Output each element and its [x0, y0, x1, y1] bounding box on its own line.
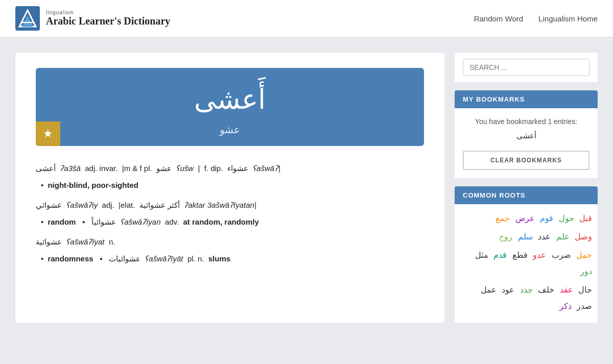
fdip-arabic: عشواء	[227, 164, 248, 173]
entry-line-2: عشوائي ʕašwāʔiy adj. |elat. أكثر عشوائية…	[36, 198, 424, 212]
entry-line-3: عشوائية ʕašwāʔīyat n.	[36, 235, 424, 249]
bullet3b-char: ▪	[100, 254, 102, 263]
root-word[interactable]: روح	[499, 232, 512, 241]
root-word[interactable]: قدم	[493, 251, 507, 259]
pipe-1: |	[198, 164, 200, 173]
root-word[interactable]: صدر	[577, 302, 592, 310]
root-word[interactable]: قبل	[579, 214, 592, 223]
bullet3b-meaning: slums	[208, 254, 230, 263]
main-nav: Random Word Lingualism Home	[474, 14, 598, 23]
common-roots-section: COMMON ROOTS قبل حول قوم عرض جمع وصل علم…	[455, 186, 598, 323]
root-word[interactable]: وصل	[575, 232, 592, 241]
root-word[interactable]: قوم	[540, 214, 553, 223]
elat-translit: ʔaktar 3ašwāʔīyatan|	[184, 201, 256, 209]
pos-1: adj. invar.	[85, 164, 117, 173]
entry-line-1: أعشى ʔa3šā adj. invar. |m & f pl. عشو ʕu…	[36, 161, 424, 175]
bullet-line-3a: • randomness ▪ عشوائيات ʕašwāʔīyāt pl. n…	[41, 252, 424, 265]
elat-arabic: أكثر عشوائية	[139, 201, 180, 209]
bookmarks-section: MY BOOKMARKS You have bookmarked 1 entri…	[455, 90, 598, 178]
root-word[interactable]: جدد	[520, 285, 533, 294]
pos-2: adj.	[102, 201, 114, 209]
bullet2b-pos: adv.	[165, 217, 179, 226]
elat-label: |elat.	[119, 201, 135, 209]
meaning-2a: random	[48, 217, 76, 226]
random-word-link[interactable]: Random Word	[474, 14, 523, 23]
meaning-3a: randomness	[48, 254, 93, 263]
root-word[interactable]: مثل	[475, 251, 488, 259]
root-word[interactable]: دور	[580, 267, 592, 276]
root-word[interactable]: ضرب	[552, 251, 571, 259]
root-word[interactable]: حول	[559, 214, 574, 223]
logo-area: lingualism Arabic Learner's Dictionary	[15, 6, 170, 31]
bookmarks-header: MY BOOKMARKS	[455, 90, 598, 108]
root-word[interactable]: حال	[578, 285, 592, 294]
main-column: أَعشى عشو ★ أعشى ʔa3šā adj. invar. |m & …	[15, 53, 444, 323]
root-word[interactable]: علم	[556, 232, 570, 241]
root-word[interactable]: حمل	[576, 251, 592, 259]
roots-grid: قبل حول قوم عرض جمع وصل علم عدد سلم روح …	[455, 204, 598, 323]
word-root: عشو	[46, 124, 414, 136]
masc-fem-label: |m & f pl.	[122, 164, 152, 173]
pl-arabic: عشو	[156, 164, 172, 173]
page-content: أَعشى عشو ★ أعشى ʔa3šā adj. invar. |m & …	[0, 37, 613, 338]
root-word[interactable]: عمل	[481, 285, 497, 294]
search-input[interactable]	[463, 59, 590, 76]
clear-bookmarks-button[interactable]: CLEAR BOOKMARKS	[463, 151, 590, 170]
dictionary-entry: أعشى ʔa3šā adj. invar. |m & f pl. عشو ʕu…	[36, 161, 424, 265]
logo-small-text: lingualism	[46, 10, 170, 15]
f-dip-label: f. dip.	[204, 164, 223, 173]
sidebar: MY BOOKMARKS You have bookmarked 1 entri…	[455, 53, 598, 323]
bullet3b-arabic: عشوائيات	[109, 254, 140, 263]
bullet3b-pos: pl. n.	[187, 254, 204, 263]
root-word[interactable]: عقد	[560, 285, 573, 294]
root-word[interactable]: عدد	[538, 232, 551, 241]
bullet2b-arabic: عشوائياً	[91, 217, 116, 226]
bullet2b-meaning: at random, randomly	[183, 217, 258, 226]
word2-arabic: عشوائي	[36, 201, 62, 209]
root-word[interactable]: عود	[502, 285, 514, 294]
pos-3: n.	[109, 237, 115, 246]
translit-3: ʕašwāʔīyat	[66, 237, 104, 246]
site-header: lingualism Arabic Learner's Dictionary R…	[0, 0, 613, 37]
root-word[interactable]: عدو	[533, 251, 546, 259]
root-word[interactable]: خلف	[538, 285, 554, 294]
bullet2b-char: ▪	[82, 217, 85, 226]
word-hero-card: أَعشى عشو ★	[36, 68, 424, 146]
lingualism-home-link[interactable]: Lingualism Home	[538, 14, 598, 23]
bullet3b-translit: ʕašwāʔīyāt	[145, 254, 183, 263]
word-arabic-inline: أعشى	[36, 164, 56, 173]
logo-main-text: Arabic Learner's Dictionary	[46, 15, 170, 27]
logo-text: lingualism Arabic Learner's Dictionary	[46, 10, 170, 27]
word3-arabic: عشوائية	[36, 237, 62, 246]
pl-translit: ʕušw	[176, 164, 194, 173]
bookmark-button[interactable]: ★	[36, 122, 60, 146]
meaning-1: night-blind, poor-sighted	[48, 181, 138, 189]
roots-header: COMMON ROOTS	[455, 186, 598, 204]
bookmarks-text: You have bookmarked 1 entries:	[463, 116, 590, 127]
word-arabic-large: أَعشى	[46, 83, 414, 115]
bullet-line-1: • night-blind, poor-sighted	[41, 178, 424, 192]
bullet2b-translit: ʕašwāʔīyan	[120, 217, 160, 226]
fdip-translit: ʕašwāʔ|	[252, 164, 280, 173]
bookmarks-body: You have bookmarked 1 entries: أعشى CLEA…	[455, 108, 598, 178]
root-word[interactable]: سلم	[518, 232, 533, 241]
root-word[interactable]: قطع	[512, 251, 528, 259]
root-word[interactable]: ذكر	[559, 302, 572, 310]
logo-icon	[15, 6, 40, 31]
translit-2: ʕašwāʔiy	[66, 201, 98, 209]
bookmarked-word: أعشى	[463, 131, 590, 140]
transliteration-1: ʔa3šā	[60, 164, 81, 173]
root-word[interactable]: جمع	[496, 214, 510, 223]
sidebar-search-box	[455, 53, 598, 82]
root-word[interactable]: عرض	[515, 214, 535, 223]
bullet-line-2a: • random ▪ عشوائياً ʕašwāʔīyan adv. at r…	[41, 215, 424, 229]
